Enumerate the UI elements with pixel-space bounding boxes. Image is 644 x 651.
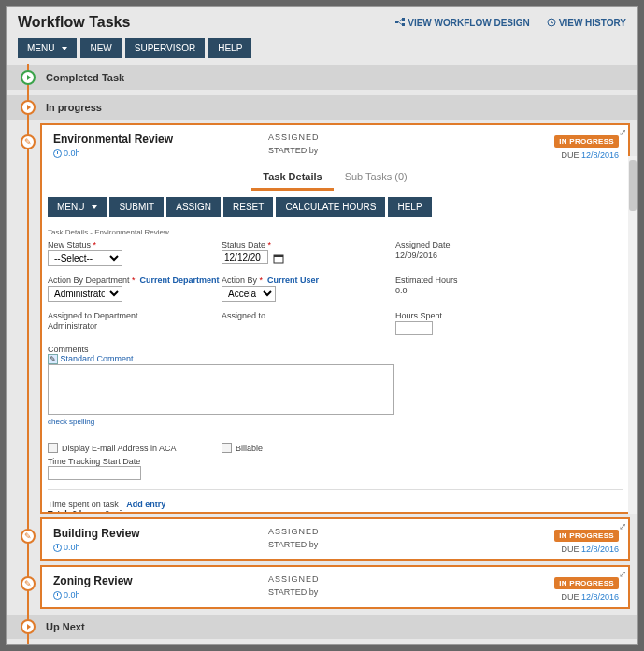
status-date-input[interactable] — [222, 250, 268, 264]
time-start-label: Time Tracking Start Date — [48, 457, 140, 466]
est-hours-label: Estimated Hours — [395, 276, 569, 285]
svg-rect-5 — [274, 255, 283, 257]
svg-rect-2 — [402, 23, 405, 26]
check-spelling-link[interactable]: check spelling — [48, 417, 94, 426]
standard-comment-link[interactable]: Standard Comment — [61, 354, 134, 363]
task-hours: 0.0h — [53, 149, 173, 158]
status-badge: IN PROGRESS — [554, 530, 619, 542]
action-by-select[interactable]: Accela — [222, 286, 276, 302]
task-status-block: ASSIGNED STARTED by — [268, 527, 320, 549]
task-card-environmental: ⤢ Environmental Review 0.0h ASSIGNED STA… — [40, 123, 630, 514]
status-date-label: Status Date * — [222, 240, 395, 249]
task-hours: 0.0h — [53, 590, 133, 600]
tab-sub-tasks[interactable]: Sub Tasks (0) — [334, 165, 419, 191]
assigned-to-dept-value: Administrator — [48, 321, 222, 331]
status-badge: IN PROGRESS — [554, 135, 619, 148]
submit-button[interactable]: SUBMIT — [109, 197, 164, 217]
task-pencil-icon — [21, 529, 36, 544]
in-progress-band[interactable]: In progress — [7, 95, 637, 120]
hours-spent-input[interactable] — [395, 321, 433, 335]
flow-icon — [395, 18, 405, 27]
new-button[interactable]: NEW — [80, 38, 121, 58]
form-body: Task Details - Environmental Review New … — [42, 222, 628, 512]
header-links: VIEW WORKFLOW DESIGN VIEW HISTORY — [395, 18, 626, 28]
view-workflow-design-link[interactable]: VIEW WORKFLOW DESIGN — [395, 18, 530, 28]
detail-tabs: Task Details Sub Tasks (0) — [46, 165, 624, 191]
task-right-block: IN PROGRESS DUE 12/8/2016 — [554, 525, 619, 554]
task-status-block: ASSIGNED STARTED by — [268, 574, 320, 597]
new-status-select[interactable]: --Select-- — [48, 250, 122, 266]
time-spent-section: Time spent on task Add entry Total: 0 ho… — [48, 500, 623, 512]
task-hours: 0.0h — [53, 543, 140, 552]
task-header[interactable]: Building Review 0.0h ASSIGNED STARTED by… — [42, 519, 628, 559]
supervisor-button[interactable]: SUPERVISOR — [125, 38, 205, 58]
task-card-building[interactable]: ⤢ Building Review 0.0h ASSIGNED STARTED … — [40, 517, 630, 561]
help-button[interactable]: HELP — [208, 38, 251, 58]
in-progress-node-icon — [21, 100, 36, 115]
breadcrumb: Task Details - Environmental Review — [48, 228, 623, 236]
action-dept-label: Action By Department * Current Departmen… — [48, 276, 222, 285]
calculate-hours-button[interactable]: CALCULATE HOURS — [276, 197, 385, 217]
detail-toolbar: MENU SUBMIT ASSIGN RESET CALCULATE HOURS… — [42, 191, 628, 222]
up-next-band[interactable]: Up Next — [7, 615, 637, 639]
page-title: Workflow Tasks — [18, 14, 130, 31]
time-spent-label: Time spent on task — [48, 500, 119, 509]
history-icon — [547, 18, 556, 27]
view-history-link[interactable]: VIEW HISTORY — [547, 18, 626, 28]
task-title: Building Review — [53, 527, 140, 540]
reset-button[interactable]: RESET — [223, 197, 273, 217]
clock-icon — [53, 149, 62, 158]
menu-button[interactable]: MENU — [18, 38, 77, 58]
assigned-date-label: Assigned Date — [395, 240, 569, 249]
up-next-node-icon — [21, 619, 36, 634]
detail-help-button[interactable]: HELP — [388, 197, 431, 217]
billable-checkbox-row[interactable]: Billable — [222, 443, 395, 453]
time-start-input[interactable] — [48, 466, 141, 480]
completed-node-icon — [21, 70, 36, 85]
timeline-line — [27, 64, 29, 644]
app-frame: Workflow Tasks VIEW WORKFLOW DESIGN VIEW… — [6, 6, 638, 645]
scrollbar[interactable] — [628, 156, 637, 514]
calendar-icon[interactable] — [273, 253, 284, 264]
est-hours-value: 0.0 — [395, 286, 569, 295]
add-entry-link[interactable]: Add entry — [126, 500, 165, 509]
task-header[interactable]: Zoning Review 0.0h ASSIGNED STARTED by I… — [42, 567, 628, 607]
new-status-label: New Status * — [48, 240, 222, 249]
action-dept-select[interactable]: Administrator — [48, 286, 122, 302]
assigned-date-value: 12/09/2016 — [395, 250, 569, 260]
display-email-checkbox-row[interactable]: Display E-mail Address in ACA — [48, 443, 222, 453]
hours-spent-label: Hours Spent — [395, 311, 569, 320]
task-status-block: ASSIGNED STARTED by — [268, 133, 320, 155]
task-pencil-icon — [21, 134, 36, 149]
action-by-label: Action By * Current User — [222, 276, 395, 285]
task-title: Environmental Review — [53, 133, 173, 146]
std-comment-icon: ✎ — [48, 354, 58, 364]
clock-icon — [53, 591, 62, 600]
status-badge: IN PROGRESS — [554, 577, 619, 589]
page-header: Workflow Tasks VIEW WORKFLOW DESIGN VIEW… — [7, 7, 637, 38]
comments-textarea[interactable] — [48, 364, 394, 415]
task-card-zoning[interactable]: ⤢ Zoning Review 0.0h ASSIGNED STARTED by… — [40, 565, 630, 609]
completed-task-band[interactable]: Completed Task — [7, 65, 637, 90]
comments-label: Comments — [48, 345, 89, 354]
time-total: Total: 0 hours 0 mins — [48, 509, 623, 512]
task-header[interactable]: Environmental Review 0.0h ASSIGNED START… — [42, 125, 628, 165]
current-department-link[interactable]: Current Department — [140, 276, 220, 285]
clock-icon — [53, 544, 62, 552]
due-line: DUE 12/8/2016 — [554, 150, 619, 160]
task-title: Zoning Review — [53, 574, 133, 587]
assigned-to-dept-label: Assigned to Department — [48, 311, 222, 320]
checkbox-icon[interactable] — [222, 443, 232, 453]
scroll-thumb[interactable] — [629, 160, 637, 211]
tab-task-details[interactable]: Task Details — [251, 165, 333, 191]
assigned-to-label: Assigned to — [222, 311, 395, 320]
current-user-link[interactable]: Current User — [267, 276, 319, 285]
checkbox-icon[interactable] — [48, 443, 58, 453]
main-toolbar: MENU NEW SUPERVISOR HELP — [7, 38, 637, 65]
detail-menu-button[interactable]: MENU — [48, 197, 107, 217]
task-right-block: IN PROGRESS DUE 12/8/2016 — [554, 131, 619, 160]
due-line: DUE 12/8/2016 — [554, 545, 619, 554]
assign-button[interactable]: ASSIGN — [166, 197, 221, 217]
svg-rect-0 — [395, 21, 398, 23]
svg-rect-1 — [402, 18, 405, 21]
